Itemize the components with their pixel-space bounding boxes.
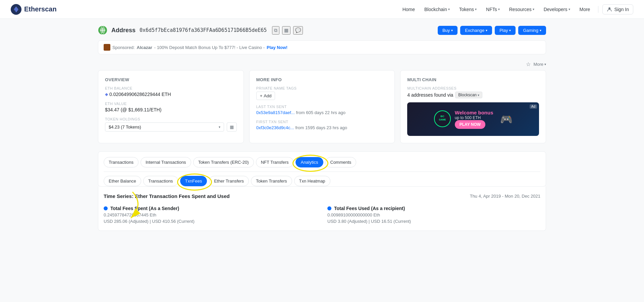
- ad-banner[interactable]: Ad BC GAME Welcome bonus up to 500 ETH P…: [407, 102, 539, 136]
- add-icon: +: [260, 93, 263, 98]
- user-icon: [607, 7, 612, 12]
- ad-subtitle: up to 500 ETH: [455, 115, 493, 120]
- main-nav: Home Blockchain ▾ Tokens ▾ NFTs ▾ Resour…: [398, 4, 633, 15]
- sponsored-banner: Sponsored: Alcazar - 100% Deposit Match …: [98, 40, 546, 54]
- exchange-button[interactable]: Exchange ▾: [460, 26, 492, 35]
- stat-left-usd: USD 285.06 (Adjusted) | USD 410.56 (Curr…: [104, 219, 317, 224]
- signin-button[interactable]: Sign In: [602, 4, 633, 14]
- sponsored-prefix: Sponsored:: [112, 45, 135, 50]
- sponsor-icon: [104, 44, 110, 51]
- more-dropdown-button[interactable]: More ▾: [533, 62, 546, 67]
- buy-chevron: ▾: [451, 29, 453, 32]
- blockscan-button[interactable]: Blockscan ▾: [455, 92, 482, 98]
- tab-comments[interactable]: Comments: [325, 157, 357, 167]
- token-holdings-row: $4.23 (7 Tokens) ▾ ▦: [105, 122, 237, 132]
- last-txn-hash[interactable]: 0x53e9a8157daef...: [256, 110, 295, 115]
- tab-analytics[interactable]: Analytics: [296, 157, 323, 167]
- star-button[interactable]: ☆: [526, 61, 531, 67]
- subtab-txn-heatmap[interactable]: Txn Heatmap: [294, 176, 330, 186]
- main-tab-row: Transactions Internal Transactions Token…: [104, 157, 540, 171]
- time-series-header: Time Series: Ether Transaction Fees Spen…: [104, 193, 540, 199]
- stat-left-label: Total Fees Spent (As a Sender): [104, 206, 317, 211]
- nav-developers[interactable]: Developers ▾: [540, 4, 574, 15]
- add-tag-button[interactable]: + Add: [256, 92, 275, 100]
- svg-text:BC: BC: [440, 115, 444, 118]
- eth-balance-field: ETH BALANCE ◆ 0.020649906286229444 ETH: [105, 86, 237, 97]
- nav-resources[interactable]: Resources ▾: [505, 4, 538, 15]
- gaming-chevron: ▾: [540, 29, 541, 32]
- logo-icon: [11, 4, 21, 15]
- stat-left-eth: 0.24597784728567445 Eth: [104, 212, 317, 217]
- more-dropdown-chevron: ▾: [544, 62, 546, 66]
- blockscan-label: Blockscan: [458, 93, 477, 97]
- token-holdings-value: $4.23 (7 Tokens): [109, 124, 141, 130]
- address-action-icons: ⧉ ▦ 💬: [272, 26, 303, 35]
- comment-button[interactable]: 💬: [293, 26, 303, 35]
- ad-decoration: 🎮: [500, 113, 513, 125]
- subtab-transactions[interactable]: Transactions: [143, 176, 178, 186]
- stat-right-usd-adjusted: USD 3.80 (Adjusted): [327, 219, 367, 224]
- overview-card: Overview ETH BALANCE ◆ 0.020649906286229…: [98, 70, 244, 143]
- resources-chevron: ▾: [533, 7, 534, 11]
- subtab-token-transfers[interactable]: Token Transfers: [251, 176, 292, 186]
- stat-right-dot: [327, 206, 331, 210]
- ad-play-button[interactable]: PLAY NOW: [455, 120, 485, 129]
- ad-badge: Ad: [530, 104, 537, 109]
- play-chevron: ▾: [509, 29, 511, 32]
- content-area: Time Series: Ether Transaction Fees Spen…: [98, 187, 546, 231]
- token-select-dropdown[interactable]: $4.23 (7 Tokens) ▾: [105, 122, 224, 132]
- nav-separator: [598, 6, 598, 13]
- stat-right-pipe: |: [369, 219, 371, 224]
- tab-token-transfers[interactable]: Token Transfers (ERC-20): [193, 157, 254, 167]
- eth-balance-value: ◆ 0.020649906286229444 ETH: [105, 92, 237, 97]
- nav-home[interactable]: Home: [398, 4, 419, 15]
- tabs-section: Transactions Internal Transactions Token…: [98, 151, 546, 187]
- tab-internal-transactions[interactable]: Internal Transactions: [141, 157, 191, 167]
- sponsor-cta[interactable]: Play Now!: [267, 45, 287, 50]
- multichain-addresses-value: 4 addresses found via Blockscan ▾: [407, 92, 539, 98]
- sponsor-text: - 100% Deposit Match Bonus Up To $777! -…: [154, 45, 265, 50]
- stat-block-left: Total Fees Spent (As a Sender) 0.2459778…: [104, 206, 317, 224]
- address-label: Address: [111, 27, 136, 34]
- bc-game-logo-icon: BC GAME: [434, 110, 451, 127]
- nav-more[interactable]: More: [576, 4, 594, 15]
- multi-chain-card: Multi Chain MULTICHAIN ADDRESSES 4 addre…: [400, 70, 546, 143]
- exchange-chevron: ▾: [486, 29, 487, 32]
- last-txn-label: LAST TXN SENT: [256, 105, 388, 109]
- eth-value-field: ETH VALUE $34.47 (@ $1,669.11/ETH): [105, 102, 237, 112]
- nfts-chevron: ▾: [498, 7, 500, 11]
- nav-blockchain[interactable]: Blockchain ▾: [420, 4, 454, 15]
- subtab-txnfees[interactable]: TxnFees: [180, 176, 207, 186]
- multi-chain-title: Multi Chain: [407, 77, 539, 82]
- stat-left-dot: [104, 206, 108, 210]
- tab-transactions[interactable]: Transactions: [104, 157, 139, 167]
- qr-code-button[interactable]: ▦: [282, 26, 290, 35]
- subtab-ether-transfers[interactable]: Ether Transfers: [209, 176, 249, 186]
- first-txn-label: FIRST TXN SENT: [256, 120, 388, 124]
- copy-address-button[interactable]: ⧉: [272, 26, 279, 35]
- stat-right-label-text: Total Fees Used (As a recipient): [334, 206, 405, 211]
- last-txn-value: 0x53e9a8157daef... from 605 days 22 hrs …: [256, 110, 388, 115]
- tab-nft-transfers[interactable]: NFT Transfers: [256, 157, 294, 167]
- stat-right-label: Total Fees Used (As a recipient): [327, 206, 540, 211]
- buy-button[interactable]: Buy ▾: [438, 26, 458, 35]
- nav-nfts[interactable]: NFTs ▾: [482, 4, 504, 15]
- last-txn-field: LAST TXN SENT 0x53e9a8157daef... from 60…: [256, 105, 388, 115]
- play-button[interactable]: Play ▾: [495, 26, 516, 35]
- token-view-button[interactable]: ▦: [227, 122, 237, 132]
- more-bar: ☆ More ▾: [98, 61, 546, 67]
- stat-right-usd: USD 3.80 (Adjusted) | USD 16.51 (Current…: [327, 219, 540, 224]
- logo[interactable]: Etherscan: [11, 4, 57, 15]
- first-txn-time: from 1595 days 23 hrs ago: [295, 125, 347, 130]
- eth-value-label: ETH VALUE: [105, 102, 237, 106]
- stat-right-eth: 0.00989100000000000 Eth: [327, 212, 540, 217]
- sub-tab-row: Ether Balance Transactions TxnFees Ether…: [104, 171, 540, 186]
- token-dropdown-chevron: ▾: [219, 125, 220, 129]
- eth-value-amount: $34.47 (@ $1,669.11/ETH): [105, 107, 237, 112]
- gaming-button[interactable]: Gaming ▾: [518, 26, 546, 35]
- stat-block-right: Total Fees Used (As a recipient) 0.00989…: [327, 206, 540, 224]
- nav-tokens[interactable]: Tokens ▾: [455, 4, 481, 15]
- subtab-ether-balance[interactable]: Ether Balance: [104, 176, 141, 186]
- stat-left-label-text: Total Fees Spent (As a Sender): [110, 206, 179, 211]
- first-txn-hash[interactable]: 0xf3c0e236d9c4c...: [256, 125, 294, 130]
